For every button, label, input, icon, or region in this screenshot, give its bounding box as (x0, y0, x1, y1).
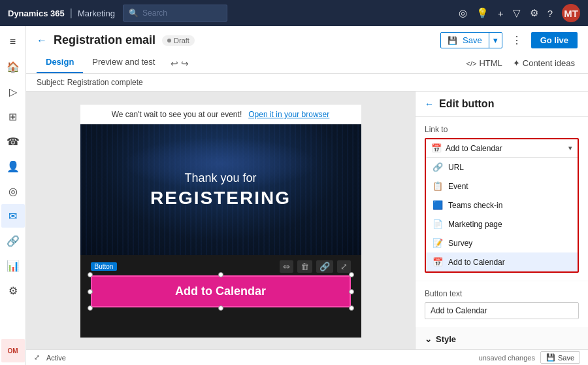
target-icon[interactable]: ◎ (459, 7, 467, 19)
button-text-label: Button text (425, 289, 579, 298)
save-button[interactable]: 💾 Save ▾ (440, 32, 502, 48)
sidebar-email-icon[interactable]: ✉ (1, 204, 25, 228)
sidebar-recent-icon[interactable]: ▷ (1, 80, 25, 103)
undo-redo: ↩ ↪ (171, 58, 189, 69)
browser-link[interactable]: Open it in your browser (248, 110, 329, 119)
back-button[interactable]: ← (37, 35, 47, 46)
html-icon: </> (466, 60, 476, 67)
content-area: ← Registration email Draft 💾 Save ▾ (26, 26, 588, 365)
filter-icon[interactable]: ▽ (513, 7, 521, 19)
button-wrapper: Add to Calendar (91, 275, 351, 307)
event-label: Event (448, 182, 468, 191)
unsaved-changes-label: unsaved changes (479, 354, 535, 362)
page-header-top: ← Registration email Draft 💾 Save ▾ (37, 31, 578, 49)
link-icon[interactable]: 🔗 (316, 260, 333, 273)
email-hero: Thank you for REGISTERING (80, 124, 361, 255)
save-label[interactable]: 💾 Save (441, 33, 488, 48)
html-button[interactable]: </> HTML (466, 58, 502, 68)
option-survey[interactable]: 📝 Survey (426, 234, 578, 252)
sidebar-phone-icon[interactable]: ☎ (1, 130, 25, 153)
top-text: We can't wait to see you at our event! (112, 110, 242, 119)
nav-icons: ◎ 💡 + ▽ ⚙ ? MT (459, 4, 580, 22)
avatar-initials: MT (564, 8, 578, 19)
hero-line1: Thank you for (150, 171, 291, 185)
editor-area: We can't wait to see you at our event! O… (26, 92, 588, 349)
sidebar-home-icon[interactable]: 🏠 (1, 55, 25, 78)
subject-bar: Subject: Registration complete (26, 74, 588, 92)
button-text-section: Button text (416, 281, 588, 327)
expand-icon[interactable]: ⤢ (34, 353, 40, 362)
option-event[interactable]: 📋 Event (426, 177, 578, 196)
content-ideas-label: Content ideas (523, 58, 575, 68)
option-url[interactable]: 🔗 URL (426, 158, 578, 177)
hero-line2: REGISTERING (150, 188, 291, 209)
more-button[interactable]: ⋮ (508, 31, 526, 49)
button-label-tag: Button (91, 262, 118, 271)
selected-label: Add to Calendar (446, 144, 502, 153)
canvas-area[interactable]: We can't wait to see you at our event! O… (26, 92, 415, 349)
sidebar-link-icon[interactable]: 🔗 (1, 229, 25, 252)
dropdown-selected[interactable]: 📅 Add to Calendar ▾ (426, 139, 578, 158)
sidebar-user-initials[interactable]: OM (1, 339, 25, 362)
email-preview: We can't wait to see you at our event! O… (80, 105, 361, 338)
marketing-page-label: Marketing page (448, 220, 502, 229)
panel-back-button[interactable]: ← (425, 99, 434, 109)
sidebar-chart-icon[interactable]: 📊 (1, 254, 25, 277)
sidebar-contact-icon[interactable]: 👤 (1, 154, 25, 178)
url-label: URL (448, 163, 464, 172)
search-box[interactable]: 🔍 Search (123, 5, 227, 22)
search-icon: 🔍 (129, 9, 139, 18)
marketing-page-icon: 📄 (433, 219, 443, 229)
draft-dot (167, 39, 171, 43)
lightbulb-icon[interactable]: 💡 (476, 7, 489, 19)
undo-icon[interactable]: ↩ (171, 58, 178, 69)
sidebar-apps-icon[interactable]: ⊞ (1, 105, 25, 128)
tab-preview[interactable]: Preview and test (83, 53, 164, 73)
delete-icon[interactable]: 🗑 (297, 260, 312, 273)
draft-label: Draft (174, 37, 189, 44)
status-save-button[interactable]: 💾 Save (540, 351, 580, 364)
email-button-block: Button ⇔ 🗑 🔗 ⤢ Add to Calendar (80, 255, 361, 318)
status-bar: ⤢ Active unsaved changes 💾 Save (26, 349, 588, 365)
tabs-row: Design Preview and test ↩ ↪ </> HTML ✦ C… (37, 53, 578, 73)
dropdown-chevron-icon: ▾ (568, 144, 572, 152)
option-marketing-page[interactable]: 📄 Marketing page (426, 215, 578, 234)
right-panel: ← Edit button Link to 📅 Add to Calendar (415, 92, 588, 349)
status-right: unsaved changes 💾 Save (479, 351, 580, 364)
save-chevron[interactable]: ▾ (489, 33, 502, 48)
option-teams[interactable]: 🟦 Teams check-in (426, 196, 578, 215)
top-nav: Dynamics 365 | Marketing 🔍 Search ◎ 💡 + … (0, 0, 588, 26)
add-to-calendar-button[interactable]: Add to Calendar (91, 275, 351, 307)
subject-label: Subject: (37, 78, 65, 87)
plus-icon[interactable]: + (498, 8, 504, 19)
style-section-header[interactable]: ⌄ Style (416, 328, 588, 349)
go-live-button[interactable]: Go live (531, 32, 578, 48)
survey-icon: 📝 (433, 238, 443, 248)
html-label: HTML (479, 58, 502, 68)
hero-text: Thank you for REGISTERING (144, 165, 297, 215)
add-to-calendar-label: Add to Calendar (448, 258, 505, 267)
email-bottom-dark (80, 318, 361, 338)
style-chevron-icon: ⌄ (425, 334, 432, 344)
tab-design[interactable]: Design (37, 53, 83, 73)
sidebar-settings-icon[interactable]: ⚙ (1, 279, 25, 302)
brand-name: Dynamics 365 (8, 9, 65, 18)
link-to-dropdown[interactable]: 📅 Add to Calendar ▾ 🔗 URL 📋 Eve (425, 138, 579, 273)
sidebar-menu-icon[interactable]: ≡ (1, 30, 25, 54)
move-icon[interactable]: ⇔ (280, 260, 293, 273)
link-to-section: Link to 📅 Add to Calendar ▾ 🔗 (416, 117, 588, 281)
sidebar: ≡ 🏠 ▷ ⊞ ☎ 👤 ◎ ✉ 🔗 📊 ⚙ OM (0, 26, 26, 365)
draft-badge: Draft (162, 35, 195, 46)
button-text-input[interactable] (425, 302, 579, 319)
help-icon[interactable]: ? (547, 8, 553, 19)
settings-icon[interactable]: ⚙ (530, 7, 538, 19)
redo-icon[interactable]: ↪ (181, 58, 189, 69)
option-add-to-calendar[interactable]: 📅 Add to Calendar (426, 252, 578, 271)
expand-icon[interactable]: ⤢ (337, 260, 351, 273)
content-ideas-button[interactable]: ✦ Content ideas (513, 58, 575, 68)
panel-title: Edit button (439, 98, 494, 110)
link-to-label: Link to (425, 125, 579, 134)
avatar[interactable]: MT (562, 4, 580, 22)
sidebar-circle-icon[interactable]: ◎ (1, 179, 25, 203)
teams-label: Teams check-in (448, 201, 502, 210)
